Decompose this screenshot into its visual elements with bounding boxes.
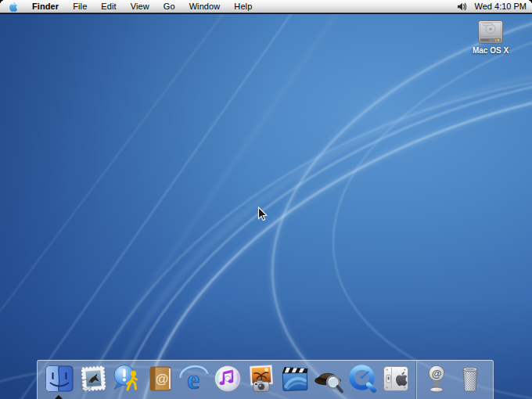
iphoto-icon xyxy=(246,363,277,394)
desktop-icon-mac-os-x[interactable]: Mac OS X xyxy=(468,20,513,55)
mail-stamp-icon xyxy=(77,363,109,394)
imovie-clapboard-icon xyxy=(279,363,311,394)
ichat-bubble-icon xyxy=(111,363,142,394)
hard-disk-icon xyxy=(476,20,505,45)
arrow-cursor xyxy=(257,207,268,225)
menu-edit[interactable]: Edit xyxy=(94,0,123,13)
desktop-icon-label: Mac OS X xyxy=(473,46,509,55)
dock-item-finder[interactable] xyxy=(44,363,75,394)
at-spring-icon: @ xyxy=(421,363,452,394)
finder-icon xyxy=(44,363,75,394)
dock-item-internet-explorer[interactable]: e xyxy=(178,363,210,394)
screen-corner-top-left xyxy=(0,0,5,5)
dock-item-sherlock[interactable] xyxy=(313,363,344,394)
address-book-icon: @ xyxy=(145,363,176,394)
speaker-volume-icon xyxy=(457,2,468,12)
dock-item-itunes[interactable] xyxy=(212,363,243,394)
internet-explorer-icon: e xyxy=(178,363,210,394)
screen-corner-top-right xyxy=(527,0,532,5)
dock-item-iphoto[interactable] xyxy=(246,363,277,394)
menu-file[interactable]: File xyxy=(66,0,94,13)
dock-divider xyxy=(415,361,416,399)
svg-text:@: @ xyxy=(155,372,168,386)
volume-menu-extra[interactable] xyxy=(453,0,472,13)
quicktime-q-icon xyxy=(347,363,378,394)
menu-window[interactable]: Window xyxy=(182,0,228,13)
itunes-cd-icon xyxy=(212,363,243,394)
menu-bar: Finder File Edit View Go Window Help Wed… xyxy=(0,0,532,13)
apple-logo-icon xyxy=(8,1,18,13)
sherlock-hat-magnifier-icon xyxy=(313,363,344,394)
dock-item-mail[interactable] xyxy=(77,363,109,394)
trash-icon xyxy=(455,363,486,394)
menu-view[interactable]: View xyxy=(124,0,156,13)
menu-go[interactable]: Go xyxy=(156,0,182,13)
dock: @ e xyxy=(37,360,494,399)
dock-item-address-book[interactable]: @ xyxy=(145,363,176,394)
svg-text:@: @ xyxy=(431,368,441,379)
mac-os-x-desktop: Mac OS X Finder File Edit View Go Wi xyxy=(0,0,532,399)
dock-item-system-preferences[interactable] xyxy=(380,363,412,394)
menu-help[interactable]: Help xyxy=(227,0,259,13)
dock-item-trash[interactable] xyxy=(455,363,486,394)
desktop-wallpaper: Mac OS X xyxy=(0,14,532,399)
dock-item-web-link-at-spring[interactable]: @ xyxy=(421,363,452,394)
menu-finder[interactable]: Finder xyxy=(25,0,66,13)
menu-bar-clock[interactable]: Wed 4:10 PM xyxy=(472,0,532,13)
dock-item-ichat[interactable] xyxy=(111,363,142,394)
dock-item-imovie[interactable] xyxy=(279,363,311,394)
dock-item-quicktime[interactable] xyxy=(347,363,378,394)
finder-running-indicator xyxy=(55,395,63,399)
system-preferences-icon xyxy=(380,363,412,394)
